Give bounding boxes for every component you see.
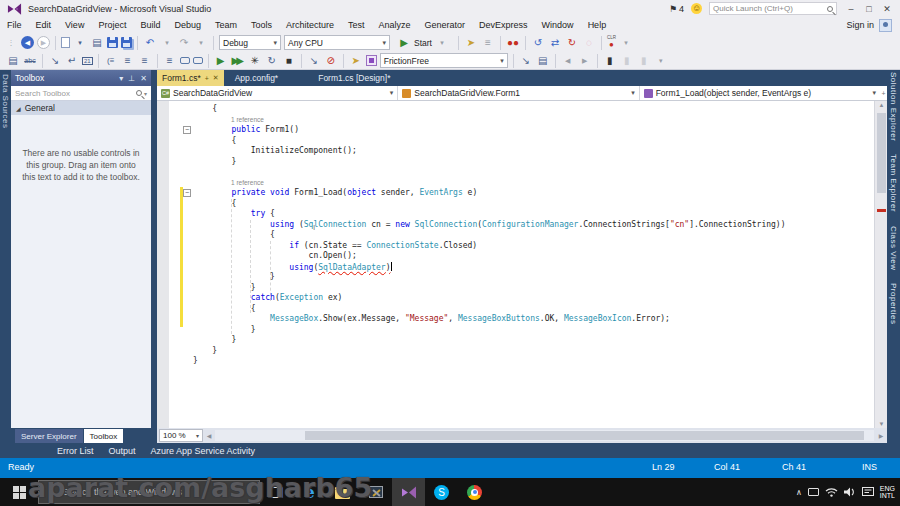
menu-view[interactable]: View [58,20,91,30]
scroll-up-icon[interactable]: ▲ [875,102,887,108]
menu-generator[interactable]: Generator [418,20,473,30]
strikethrough-icon[interactable]: abc [23,53,37,68]
menu-debug[interactable]: Debug [167,20,208,30]
scrollbar-thumb[interactable] [305,431,864,440]
toolbox-header[interactable]: Toolbox ▾ ⊥ ✕ [11,70,151,86]
close-icon[interactable]: ✕ [140,74,147,83]
uncomment-button[interactable] [193,57,203,64]
menu-devexpress[interactable]: DevExpress [472,20,535,30]
properties-tab[interactable]: Properties [889,281,898,326]
user-avatar-icon[interactable] [879,19,892,32]
toolbox-general-section[interactable]: ◢ General [11,101,151,115]
stop-icon[interactable]: ■ [282,53,296,68]
comment-button[interactable] [180,57,190,64]
code-editor[interactable]: − − {1 reference public Form1() { Initia… [157,101,887,428]
navigate-forward-button[interactable]: ▶ [37,36,50,49]
scroll-left-icon[interactable]: ◀ [203,432,215,439]
language-indicator[interactable]: ENG INTL [880,485,895,499]
tab-form1-design[interactable]: Form1.cs [Design]* [313,70,395,86]
tray-expand-icon[interactable]: ∧ [796,488,802,497]
solution-explorer-tab[interactable]: Solution Explorer [889,70,898,143]
server-explorer-tab[interactable]: Server Explorer [15,429,83,443]
start-debugging-button[interactable]: ▶ Start ▾ [393,35,453,50]
menu-build[interactable]: Build [133,20,167,30]
binoculars-icon[interactable]: ●● [506,35,520,50]
data-sources-tab[interactable]: Data Sources [1,70,10,132]
tree-sync-icon[interactable]: ↘ [519,53,533,68]
close-button[interactable]: ✕ [880,4,894,14]
quick-launch-input[interactable]: Quick Launch (Ctrl+Q) [709,2,837,15]
team-explorer-tab[interactable]: Team Explorer [889,152,898,214]
new-file-dropdown[interactable]: ▾ [73,35,87,50]
volume-icon[interactable] [844,487,856,497]
type-dropdown[interactable]: SearchDataGridView.Form1 ▾ [398,86,639,100]
split-window-button[interactable]: + [880,86,887,100]
bookmark-icon[interactable]: ▮ [603,53,617,68]
toolbar-lines-icon[interactable]: ≡ [481,35,495,50]
member-dropdown[interactable]: Form1_Load(object sender, EventArgs e) ▾ [640,86,880,100]
menu-analyze[interactable]: Analyze [372,20,418,30]
layout-window-icon[interactable] [366,55,377,66]
class-view-tab[interactable]: Class View [889,224,898,272]
toolbar-overflow[interactable]: ▾ [619,35,633,50]
scroll-right-icon[interactable]: ▶ [875,432,887,439]
restart-icon[interactable]: ↻ [265,53,279,68]
redo-dropdown[interactable]: ▾ [194,35,208,50]
menu-tools[interactable]: Tools [244,20,279,30]
zoom-dropdown[interactable]: 100 % ▾ [159,429,203,442]
close-tab-icon[interactable]: ✕ [213,74,219,82]
sign-in-link[interactable]: Sign in [846,20,874,30]
indent-decrease-icon[interactable]: ≡ [121,53,135,68]
maximize-button[interactable]: □ [862,4,876,14]
output-tab[interactable]: Output [109,446,136,456]
menu-project[interactable]: Project [91,20,133,30]
window-position-icon[interactable]: ▾ [119,74,123,83]
error-list-tab[interactable]: Error List [57,446,94,456]
paren-match-icon[interactable]: (≡ [104,53,118,68]
save-all-button[interactable] [121,37,132,48]
visual-studio-taskbar-button[interactable] [392,478,425,506]
code-text[interactable]: {1 reference public Form1() { Initialize… [193,104,873,367]
azure-app-service-activity-tab[interactable]: Azure App Service Activity [151,446,256,456]
wifi-icon[interactable] [825,487,838,497]
breakpoint-burst-icon[interactable]: ✳ [248,53,262,68]
toolbar-overflow[interactable]: ▾ [654,53,668,68]
shift-left-icon[interactable]: ◀ [561,53,575,68]
menu-architecture[interactable]: Architecture [279,20,341,30]
collapse-region-button[interactable]: − [183,126,191,134]
toolbox-search-input[interactable]: Search Toolbox ▾ [11,86,151,101]
menu-help[interactable]: Help [581,20,614,30]
step-loop-icon[interactable]: ↺ [531,35,545,50]
undo-button[interactable]: ↶ [143,35,157,50]
touch-keyboard-icon[interactable] [808,488,819,496]
vertical-scrollbar[interactable]: ▲ ▼ [874,101,887,428]
shift-right-icon[interactable]: ▶ [578,53,592,68]
pin-icon[interactable]: ⊥ [128,74,135,83]
pin-tab-icon[interactable]: + [205,75,209,82]
list-members-icon[interactable]: ≡ [163,53,177,68]
undo-dropdown[interactable]: ▾ [160,35,174,50]
clr-events-button[interactable]: CLR ● [607,36,616,49]
tab-form1-cs[interactable]: Form1.cs* + ✕ [157,70,224,86]
menu-window[interactable]: Window [535,20,581,30]
attach-process-icon[interactable]: ➤ [464,35,478,50]
redo-button[interactable]: ↷ [177,35,191,50]
run-all-icon[interactable]: ▶▶ [231,53,245,68]
swap-icon[interactable]: ⇄ [548,35,562,50]
run-to-cursor-icon[interactable]: ▶ [214,53,228,68]
solution-configuration-dropdown[interactable]: Debug ▾ [219,35,281,50]
line-break-icon[interactable]: ↵ [65,53,79,68]
tab-app-config[interactable]: App.config* [230,70,283,86]
action-center-icon[interactable] [862,487,874,497]
menu-edit[interactable]: Edit [29,20,59,30]
cursor-pointer-icon[interactable]: ➤ [349,53,363,68]
navigate-back-button[interactable]: ◀ [21,36,34,49]
indent-increase-icon[interactable]: ≡ [138,53,152,68]
save-button[interactable] [107,37,118,48]
project-dropdown[interactable]: C# SearchDataGridView ▾ [157,86,398,100]
scrollbar-thumb[interactable] [877,113,886,193]
menu-file[interactable]: File [0,20,29,30]
history-circle-icon[interactable]: ◌ [582,35,596,50]
bookmark-prev-icon[interactable]: ▮ [620,53,634,68]
horizontal-scrollbar[interactable] [215,430,874,441]
